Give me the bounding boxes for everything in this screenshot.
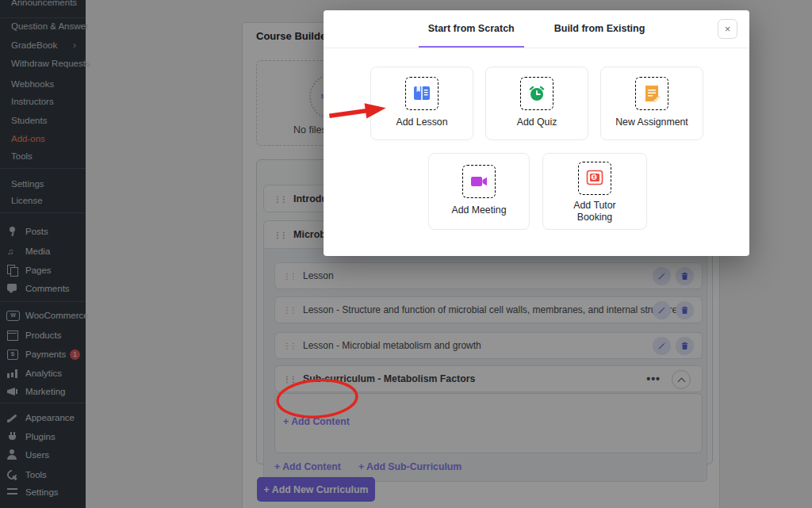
quiz-clock-icon (520, 77, 553, 110)
meeting-camera-icon (462, 165, 496, 198)
add-lesson-card[interactable]: Add Lesson (370, 67, 473, 140)
add-content-modal: Start from Scratch Build from Existing ×… (324, 10, 749, 256)
tab-build-from-existing[interactable]: Build from Existing (545, 10, 655, 48)
lesson-book-icon (405, 77, 439, 110)
modal-tabbar: Start from Scratch Build from Existing (324, 10, 749, 48)
new-assignment-card[interactable]: New Assignment (600, 67, 703, 140)
add-tutor-booking-card[interactable]: Add Tutor Booking (542, 153, 647, 230)
add-meeting-card[interactable]: Add Meeting (428, 153, 530, 230)
tutor-booking-icon (578, 162, 611, 195)
add-quiz-card[interactable]: Add Quiz (485, 67, 588, 140)
close-icon[interactable]: × (718, 19, 737, 39)
assignment-note-icon (635, 77, 668, 110)
tab-start-from-scratch[interactable]: Start from Scratch (419, 10, 524, 48)
